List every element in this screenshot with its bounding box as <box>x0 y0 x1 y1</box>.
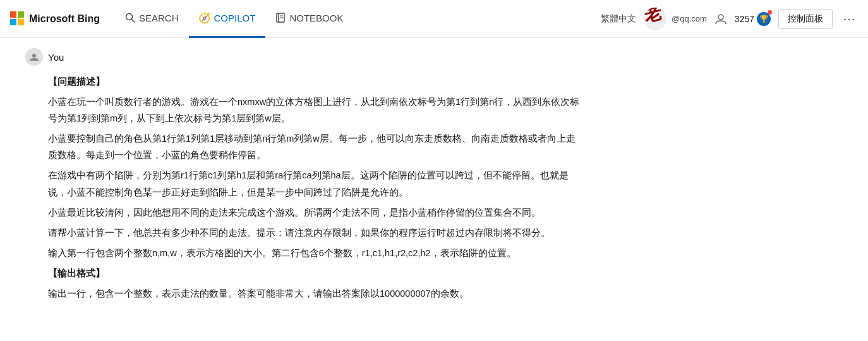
header-right: 繁體中文 老 @qq.com 3257 🏆 控制面板 ⋯ <box>601 8 858 30</box>
control-panel-button[interactable]: 控制面板 <box>778 9 833 29</box>
bing-logo-text: Microsoft Bing <box>29 13 100 25</box>
problem-line5: 小蓝最近比较清闲，因此他想用不同的走法来完成这个游戏。所谓两个走法不同，是指小蓝… <box>48 204 581 221</box>
output-title: 【输出格式】 <box>48 265 581 282</box>
points-badge: 3257 🏆 <box>735 12 771 26</box>
nav-notebook-label: NOTEBOOK <box>289 13 343 23</box>
user-small-icon <box>29 52 39 62</box>
search-icon <box>125 13 135 23</box>
svg-rect-1 <box>18 11 24 18</box>
notebook-icon <box>275 13 286 23</box>
output-line9: 输出一行，包含一个整数，表示走法的数量。答案可能非常大，请输出答案除以10000… <box>48 285 581 302</box>
message-body: 【问题描述】 小蓝在玩一个叫质数行者的游戏。游戏在一个nxmxw的立体方格图上进… <box>48 73 581 302</box>
you-label: You <box>48 52 64 63</box>
nav-search-label: SEARCH <box>139 13 179 23</box>
avatar: 老 <box>644 8 666 30</box>
output-title-text: 【输出格式】 <box>48 268 105 278</box>
problem-line2: 小蓝在玩一个叫质数行者的游戏。游戏在一个nxmxw的立体方格图上进行，从北到南依… <box>48 94 581 127</box>
trophy-container: 🏆 <box>757 12 771 26</box>
trophy-dot <box>768 10 772 15</box>
more-options-button[interactable]: ⋯ <box>840 11 858 27</box>
user-account-area: 老 @qq.com <box>644 8 707 30</box>
problem-line7: 输入第一行包含两个整数n,m,w，表示方格图的大小。第二行包含6个整数，r1,c… <box>48 245 581 261</box>
copilot-icon: 🧭 <box>199 12 210 23</box>
header: Microsoft Bing SEARCH 🧭 COPILOT NOTEBOOK <box>0 0 868 38</box>
main-content: You 【问题描述】 小蓝在玩一个叫质数行者的游戏。游戏在一个nxmxw的立体方… <box>0 38 606 318</box>
svg-rect-3 <box>18 19 24 25</box>
nav-item-copilot[interactable]: 🧭 COPILOT <box>189 0 266 38</box>
problem-line3: 小蓝要控制自己的角色从第1行第1列第1层移动到第n行第m列第w层。每一步，他可以… <box>48 130 581 163</box>
nav-item-search[interactable]: SEARCH <box>115 0 189 38</box>
problem-title: 【问题描述】 <box>48 73 581 90</box>
svg-point-10 <box>718 15 723 20</box>
svg-point-11 <box>32 54 36 58</box>
nav-copilot-label: COPILOT <box>214 13 256 23</box>
points-value: 3257 <box>735 14 754 24</box>
svg-rect-2 <box>10 19 16 25</box>
problem-line6: 请帮小蓝计算一下，他总共有多少种不同的走法。提示：请注意内存限制，如果你的程序运… <box>48 225 581 241</box>
nav-item-notebook[interactable]: NOTEBOOK <box>265 0 353 38</box>
bing-logo[interactable]: Microsoft Bing <box>10 11 100 27</box>
user-message-header: You <box>25 48 581 66</box>
svg-line-5 <box>132 20 135 23</box>
svg-rect-0 <box>10 11 16 18</box>
language-selector[interactable]: 繁體中文 <box>601 13 636 25</box>
user-avatar-small <box>25 48 43 66</box>
problem-line4: 在游戏中有两个陷阱，分别为第r1行第c1列第h1层和第ra行第ca列第ha层。这… <box>48 167 581 200</box>
user-email: @qq.com <box>672 14 707 23</box>
problem-title-text: 【问题描述】 <box>48 77 105 87</box>
user-icon[interactable] <box>714 13 727 25</box>
avatar-signature: 老 <box>644 8 666 25</box>
main-nav: SEARCH 🧭 COPILOT NOTEBOOK <box>115 0 596 38</box>
bing-logo-icon <box>10 11 25 27</box>
